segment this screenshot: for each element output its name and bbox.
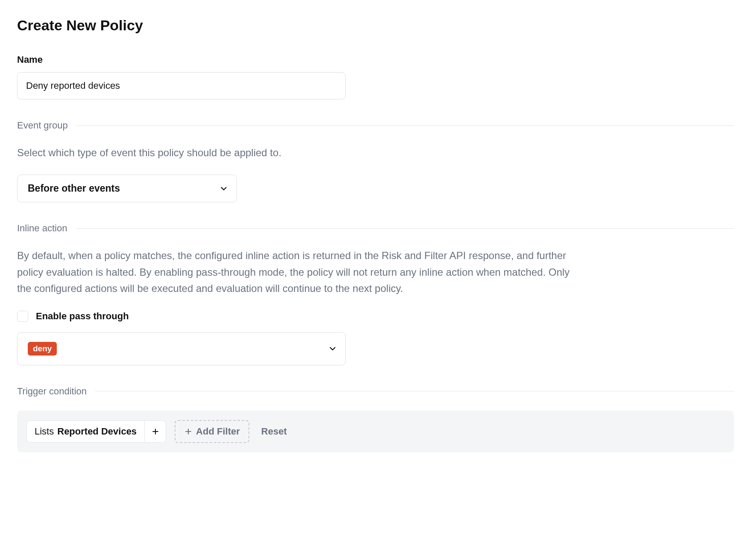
- pass-through-row: Enable pass through: [17, 311, 734, 322]
- inline-action-select[interactable]: deny: [17, 332, 346, 365]
- add-filter-label: Add Filter: [196, 426, 240, 437]
- divider-line: [76, 125, 734, 126]
- filter-pill[interactable]: Lists Reported Devices: [26, 420, 145, 443]
- filter-pill-group: Lists Reported Devices: [26, 420, 166, 443]
- add-filter-button[interactable]: Add Filter: [175, 420, 249, 443]
- event-group-section-label: Event group: [17, 120, 68, 131]
- filter-pill-value: Reported Devices: [57, 426, 137, 437]
- divider-line: [76, 228, 734, 229]
- trigger-condition-panel: Lists Reported Devices Add Filter Reset: [17, 411, 734, 452]
- event-group-divider: Event group: [17, 120, 734, 131]
- pass-through-checkbox[interactable]: [17, 311, 28, 322]
- trigger-condition-section-label: Trigger condition: [17, 386, 87, 397]
- name-label: Name: [17, 54, 734, 65]
- event-group-description: Select which type of event this policy s…: [17, 145, 572, 161]
- inline-action-divider: Inline action: [17, 223, 734, 234]
- inline-action-section-label: Inline action: [17, 223, 67, 234]
- event-group-select[interactable]: Before other events: [17, 175, 237, 202]
- name-input[interactable]: [17, 72, 346, 99]
- page-title: Create New Policy: [17, 17, 734, 34]
- event-group-selected-value: Before other events: [28, 183, 120, 194]
- deny-badge: deny: [28, 342, 57, 356]
- divider-line: [95, 391, 734, 391]
- inline-action-description: By default, when a policy matches, the c…: [17, 248, 572, 297]
- pass-through-label: Enable pass through: [36, 311, 129, 322]
- plus-icon: [151, 427, 160, 436]
- filter-pill-plus-button[interactable]: [145, 420, 166, 443]
- trigger-condition-divider: Trigger condition: [17, 386, 734, 397]
- filter-pill-prefix: Lists: [35, 426, 54, 437]
- plus-icon: [184, 427, 193, 436]
- reset-button[interactable]: Reset: [258, 421, 290, 442]
